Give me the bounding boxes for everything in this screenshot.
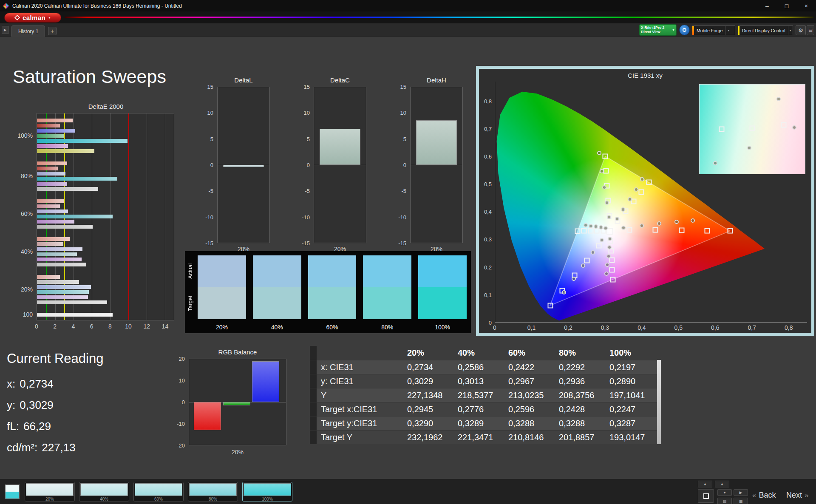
active-swatch-icon bbox=[5, 484, 20, 499]
table-cell: 0,2936 bbox=[555, 377, 606, 386]
delta-e-bar bbox=[37, 124, 60, 127]
stop-button[interactable] bbox=[698, 489, 714, 503]
close-button[interactable]: × bbox=[796, 0, 816, 11]
measured-marker bbox=[691, 218, 695, 223]
x-tick-label: 10 bbox=[125, 323, 132, 330]
reading-y: y: 0,3029 bbox=[7, 399, 103, 412]
measured-marker bbox=[589, 224, 593, 228]
y-axis-labels: 151050-5-10-15 bbox=[200, 87, 215, 243]
table-cell: 0,2967 bbox=[505, 377, 555, 386]
record-button[interactable]: ● bbox=[717, 489, 732, 496]
back-label: Back bbox=[759, 491, 776, 500]
actual-swatch bbox=[253, 255, 301, 287]
delta-e-bar bbox=[37, 313, 113, 317]
target-swatch bbox=[363, 287, 411, 319]
meter-status-icon[interactable] bbox=[679, 25, 690, 35]
layout-icon[interactable]: ▤ bbox=[807, 25, 814, 35]
add-tab-button[interactable]: + bbox=[48, 27, 57, 35]
x-tick-label: 0,4 bbox=[638, 324, 646, 331]
saturation-thumb[interactable]: 100% bbox=[242, 482, 292, 501]
target-marker bbox=[638, 189, 644, 195]
reading-label: x: bbox=[7, 377, 15, 391]
swatch-column: 60% bbox=[308, 255, 357, 333]
measured-marker bbox=[607, 245, 612, 249]
delta-c-chart: DeltaC 151050-5-10-15 20% bbox=[297, 76, 367, 251]
back-button[interactable]: « Back bbox=[752, 491, 776, 500]
source-dropdown-label: Mobile Forge bbox=[694, 28, 725, 33]
grid-button[interactable]: ▦ bbox=[734, 498, 748, 504]
calman-menu-button[interactable]: calman ▼ bbox=[4, 13, 61, 23]
rgb-bar-red bbox=[194, 402, 221, 430]
y-group-label: 80% bbox=[21, 173, 33, 179]
x-tick-label: 0,5 bbox=[674, 324, 683, 331]
tab-history-1[interactable]: History 1 bbox=[11, 25, 45, 37]
maximize-button[interactable]: □ bbox=[777, 0, 796, 11]
plot-area bbox=[217, 87, 270, 243]
delta-e-bar bbox=[37, 252, 77, 256]
measured-marker bbox=[640, 224, 644, 228]
measured-marker bbox=[657, 221, 661, 226]
saturation-thumb[interactable]: 40% bbox=[79, 482, 129, 501]
target-swatch bbox=[308, 287, 357, 319]
table-cell: 0,2776 bbox=[454, 405, 505, 414]
saturation-thumb[interactable]: 80% bbox=[188, 482, 238, 501]
minimize-button[interactable]: – bbox=[757, 0, 777, 11]
collapse-button-2[interactable]: ▲ bbox=[715, 481, 729, 487]
reading-value: 0,2734 bbox=[20, 377, 54, 391]
table-cell: 0,3029 bbox=[404, 377, 454, 386]
table-row: Target y:CIE310,32900,32890,32880,32880,… bbox=[310, 416, 661, 430]
inset-measured-marker bbox=[792, 125, 796, 130]
title-bar: Calman 2020 Calman Ultimate for Business… bbox=[0, 0, 816, 11]
tab-bar: ▶ History 1 + X-Rite i1Pro 2 Direct View… bbox=[0, 23, 816, 37]
table-cell: 0,3288 bbox=[555, 419, 606, 428]
saturation-thumb[interactable]: 20% bbox=[25, 482, 75, 501]
app-window: Calman 2020 Calman Ultimate for Business… bbox=[0, 0, 816, 504]
target-swatch bbox=[198, 287, 246, 319]
delta-e-bar bbox=[37, 263, 86, 266]
collapse-button-1[interactable]: ▲ bbox=[698, 481, 712, 487]
delta-e-bar bbox=[37, 237, 70, 241]
y-tick-label: 5 bbox=[210, 136, 213, 142]
saturation-thumb[interactable]: 60% bbox=[133, 482, 184, 501]
table-cell: 0,2428 bbox=[555, 405, 606, 414]
column-header: 40% bbox=[454, 348, 505, 358]
page-title: Saturation Sweeps bbox=[13, 66, 166, 87]
swatch-label: 100% bbox=[418, 324, 467, 331]
table-cell: 0,2292 bbox=[555, 362, 606, 372]
y-tick-label: -10 bbox=[205, 214, 213, 220]
layout-button[interactable]: ▤ bbox=[717, 498, 732, 504]
delta-e-bar bbox=[37, 149, 94, 153]
bottom-bar: 20%40%60%80%100% ▲▲ ●▶▤▦ « Back Next » bbox=[0, 479, 816, 504]
x-tick-label: 0,3 bbox=[601, 324, 609, 331]
zero-line bbox=[411, 165, 462, 165]
delta-e-bar bbox=[37, 119, 73, 122]
inset-target-marker bbox=[781, 122, 787, 127]
delta-e-bar bbox=[37, 172, 65, 176]
thumb-label: 20% bbox=[25, 497, 74, 501]
target-marker bbox=[705, 228, 710, 233]
x-tick-label: 20% bbox=[189, 449, 286, 456]
table-cell: 201,8857 bbox=[555, 433, 606, 442]
settings-gear-icon[interactable]: ⚙ bbox=[796, 25, 806, 35]
delta-e-bar bbox=[37, 295, 88, 299]
target-marker bbox=[727, 228, 733, 234]
y-tick-label: 10 bbox=[304, 110, 310, 116]
measured-marker bbox=[591, 250, 595, 255]
swatch-column: 100% bbox=[418, 255, 467, 333]
history-panel-toggle[interactable]: ▶ bbox=[2, 26, 8, 34]
delta-e-bar bbox=[37, 242, 63, 246]
measured-marker bbox=[584, 223, 588, 227]
measured-marker bbox=[602, 185, 606, 190]
column-header: 100% bbox=[606, 348, 657, 358]
table-cell: 0,3013 bbox=[454, 377, 505, 386]
table-cell: 0,2890 bbox=[606, 377, 657, 386]
meter-select-button[interactable]: X-Rite i1Pro 2 Direct View ▼ bbox=[639, 24, 677, 36]
play-button[interactable]: ▶ bbox=[734, 489, 748, 496]
y-tick-label: 15 bbox=[207, 84, 213, 90]
display-control-dropdown[interactable]: Direct Display Control ▼ bbox=[738, 25, 793, 35]
calman-logo-label: calman bbox=[23, 14, 45, 21]
source-dropdown[interactable]: Mobile Forge ▼ bbox=[692, 25, 735, 35]
delta-e-bar bbox=[37, 129, 75, 133]
table-scrollbar[interactable] bbox=[657, 360, 661, 444]
next-button[interactable]: Next » bbox=[786, 491, 808, 500]
